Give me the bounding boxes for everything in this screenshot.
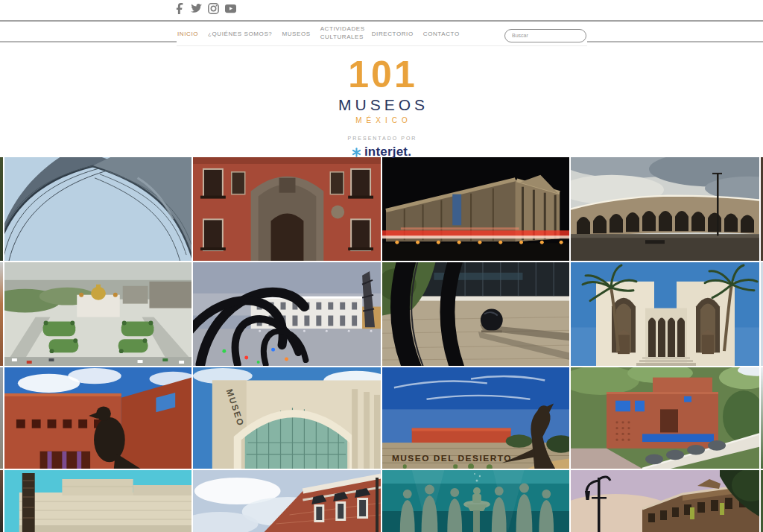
gallery-photo-arcada-semicircular[interactable] (571, 157, 759, 261)
nav-item-quienes-somos[interactable]: ¿QUIÉNES SOMOS? (208, 31, 272, 37)
gallery-photo-marco-monterrey[interactable] (4, 367, 191, 469)
gallery-photo-museo-fachada-cristal[interactable]: MUSEO (193, 367, 381, 469)
search-input[interactable] (504, 29, 586, 42)
instagram-icon[interactable] (208, 3, 219, 14)
logo-number: 101 (0, 56, 763, 93)
gallery-photo-patio-esculturas[interactable] (382, 262, 569, 366)
gallery-photo-escultura-plaza[interactable] (193, 262, 381, 366)
sponsor-logo: interjet. (0, 145, 763, 159)
gallery-photo-edificio-ladrillo[interactable] (193, 470, 381, 532)
youtube-icon[interactable] (225, 3, 236, 14)
gallery-photo-palacio-historico[interactable] (571, 470, 759, 532)
gallery-photo-museo-piedra-totem[interactable] (4, 470, 191, 532)
social-links (174, 3, 236, 14)
gallery-photo-museo-soumaya[interactable] (4, 157, 191, 261)
nav-item-contacto[interactable]: CONTACTO (423, 31, 460, 37)
presented-by-label: PRESENTADO POR (0, 136, 763, 141)
logo-title: MUSEOS (0, 96, 763, 114)
museum-sign-text: MUSEO DEL DESIERTO (392, 453, 512, 463)
gallery-photo-museo-nocturno[interactable] (382, 157, 569, 261)
gallery-photo-partial[interactable] (0, 262, 3, 366)
gallery-photo-museo-arcos-palmeras[interactable] (571, 262, 759, 366)
gallery-photo-partial[interactable] (0, 157, 3, 261)
twitter-icon[interactable] (191, 3, 202, 14)
site-logo: 101 MUSEOS MÉXICO PRESENTADO POR interje… (0, 46, 763, 159)
nav-bar: INICIO ¿QUIÉNES SOMOS? MUSEOS ACTIVIDADE… (177, 22, 587, 46)
museum-gallery: MUSEO MUSEO DEL DESIERTO (0, 157, 763, 532)
gallery-photo-fachada-barroca-roja[interactable] (193, 157, 381, 261)
gallery-photo-palacio-bellas-artes[interactable] (4, 262, 191, 366)
nav-item-museos[interactable]: MUSEOS (282, 31, 310, 37)
gallery-photo-museo-ladrillo-azul[interactable] (571, 367, 759, 469)
nav-item-inicio[interactable]: INICIO (177, 31, 198, 37)
gallery-photo-partial[interactable] (0, 470, 3, 532)
main-menu: INICIO ¿QUIÉNES SOMOS? MUSEOS ACTIVIDADE… (177, 25, 460, 42)
nav-item-directorio[interactable]: DIRECTORIO (372, 31, 414, 37)
gallery-photo-partial[interactable] (0, 367, 3, 469)
sponsor-name: interjet. (364, 145, 411, 159)
gallery-photo-museo-del-desierto[interactable]: MUSEO DEL DESIERTO (382, 367, 569, 469)
facebook-icon[interactable] (174, 3, 185, 14)
logo-subtitle: MÉXICO (0, 116, 763, 124)
nav-item-actividades-culturales[interactable]: ACTIVIDADES CULTURALES (320, 25, 362, 42)
gallery-photo-musa-subacuatico[interactable] (382, 470, 569, 532)
interjet-star-icon (352, 148, 361, 157)
